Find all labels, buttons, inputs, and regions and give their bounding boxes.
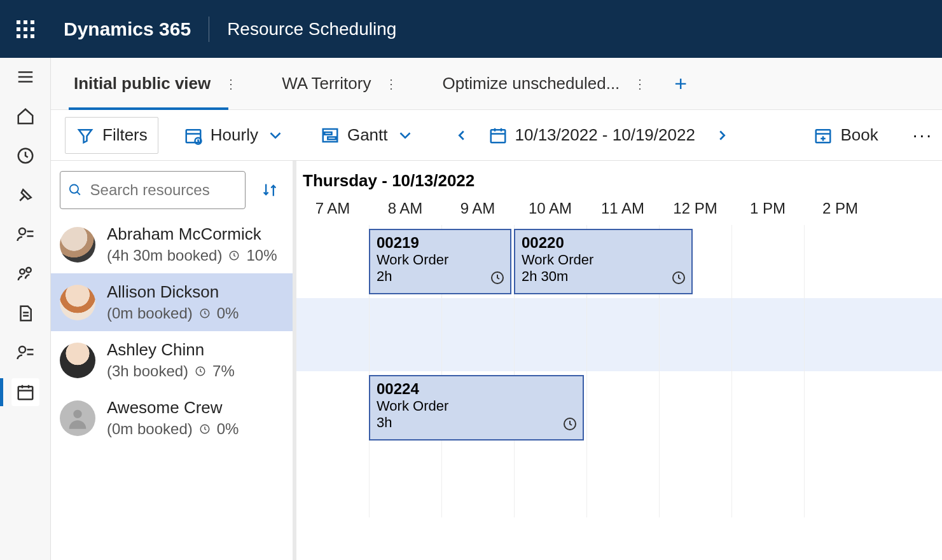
booking-block[interactable]: 00220Work Order2h 30m [514,229,693,294]
interval-dropdown[interactable]: Hourly [174,117,295,154]
prev-date-button[interactable] [448,121,476,149]
filters-label: Filters [102,125,148,145]
booking-duration: 3h [377,414,576,431]
book-label: Book [840,125,878,145]
resource-meta: (4h 30m booked)10% [107,247,277,264]
booking-type: Work Order [377,398,576,414]
next-date-button[interactable] [708,121,736,149]
booking-block[interactable]: 00224Work Order3h [369,375,584,440]
people-icon[interactable] [11,260,39,288]
avatar [60,285,95,320]
svg-rect-22 [324,132,331,135]
tab-label: Initial public view [74,74,211,93]
date-range-picker[interactable]: 10/13/2022 - 10/19/2022 [488,117,695,154]
search-input-wrap[interactable] [60,171,246,209]
svg-point-11 [19,346,25,353]
clock-icon [490,270,505,288]
pin-icon[interactable] [11,181,39,209]
timeline-row[interactable]: 00219Work Order2h00220Work Order2h 30m [296,225,942,298]
schedule-board: Abraham McCormick(4h 30m booked)10%Allis… [51,161,942,560]
search-input[interactable] [90,181,237,199]
svg-point-7 [20,270,25,275]
board-toolbar: Filters Hourly Gantt 10/13/2022 - 10/19/… [51,110,942,161]
resource-meta: (0m booked)0% [107,304,239,322]
menu-toggle[interactable] [11,63,39,91]
booking-duration: 2h [377,268,504,285]
svg-point-8 [26,268,31,273]
separator [209,17,209,42]
date-range-text: 10/13/2022 - 10/19/2022 [515,125,695,145]
home-icon[interactable] [11,102,39,130]
time-slot-header: 9 AM [441,200,514,217]
avatar [60,343,95,378]
person-list-icon[interactable] [11,221,39,249]
resource-meta: (3h booked)7% [107,362,235,380]
calendar-icon[interactable] [11,378,39,406]
document-icon[interactable] [11,299,39,327]
booking-id: 00219 [377,234,504,252]
time-slot-header: 7 AM [296,200,369,217]
tab-menu-icon[interactable]: ⋮ [380,71,403,97]
clock-icon[interactable] [11,142,39,170]
resource-name: Awesome Crew [107,398,239,418]
filters-button[interactable]: Filters [65,117,158,154]
resource-item[interactable]: Abraham McCormick(4h 30m booked)10% [51,215,293,273]
tab-wa-territory[interactable]: WA Territory ⋮ [277,58,408,109]
timeline-row[interactable]: 00224Work Order3h [296,371,942,444]
svg-point-32 [70,185,78,193]
booking-type: Work Order [522,252,685,268]
svg-point-37 [73,409,81,418]
clock-icon [671,270,686,288]
timeline: Thursday - 10/13/2022 7 AM8 AM9 AM10 AM1… [296,161,942,560]
tab-menu-icon[interactable]: ⋮ [219,71,242,97]
resource-name: Abraham McCormick [107,224,277,244]
viewmode-label: Gantt [347,125,388,145]
booking-block[interactable]: 00219Work Order2h [369,229,511,294]
resource-column: Abraham McCormick(4h 30m booked)10%Allis… [51,161,296,560]
page-title: Resource Scheduling [227,19,396,39]
sort-button[interactable] [256,176,284,204]
more-actions-button[interactable]: ··· [904,125,942,146]
time-slot-header: 2 PM [804,200,876,217]
resource-item[interactable]: Allison Dickson(0m booked)0% [51,273,293,331]
time-slot-header: 10 AM [514,200,586,217]
tab-optimize-unscheduled[interactable]: Optimize unscheduled... ⋮ [437,58,656,109]
timeline-row[interactable] [296,298,942,371]
tab-label: WA Territory [282,74,371,93]
app-launcher-icon[interactable] [13,17,38,42]
svg-point-4 [19,228,25,235]
svg-rect-23 [328,137,336,139]
search-icon [68,182,83,198]
viewmode-dropdown[interactable]: Gantt [310,117,425,154]
resource-item[interactable]: Awesome Crew(0m booked)0% [51,389,293,447]
resource-meta: (0m booked)0% [107,420,239,438]
avatar [60,227,95,263]
interval-label: Hourly [211,125,258,145]
booking-id: 00220 [522,234,685,252]
app-title: Dynamics 365 [64,18,191,40]
clock-icon [562,416,578,434]
schedule-grid: 00219Work Order2h00220Work Order2h 30m00… [296,225,942,560]
main-area: Initial public view ⋮ WA Territory ⋮ Opt… [51,58,942,560]
tab-menu-icon[interactable]: ⋮ [628,71,651,97]
resource-item[interactable]: Ashley Chinn(3h booked)7% [51,331,293,389]
svg-rect-24 [490,130,505,142]
global-header: Dynamics 365 Resource Scheduling [0,0,942,58]
schedule-tabs: Initial public view ⋮ WA Territory ⋮ Opt… [51,58,942,110]
svg-rect-14 [18,386,32,399]
timeline-row[interactable] [296,444,942,517]
booking-id: 00224 [377,380,576,398]
svg-line-33 [77,192,80,195]
avatar [60,400,95,436]
booking-duration: 2h 30m [522,268,685,285]
left-nav-rail [0,58,51,560]
resource-name: Ashley Chinn [107,340,235,360]
book-button[interactable]: Book [803,117,888,154]
time-slot-header: 1 PM [731,200,804,217]
tab-initial-public-view[interactable]: Initial public view ⋮ [69,58,247,109]
add-tab-button[interactable]: + [661,71,700,96]
person-list2-icon[interactable] [11,339,39,367]
booking-type: Work Order [377,252,504,268]
time-slot-header: 8 AM [369,200,441,217]
date-navigator: 10/13/2022 - 10/19/2022 [448,117,736,154]
